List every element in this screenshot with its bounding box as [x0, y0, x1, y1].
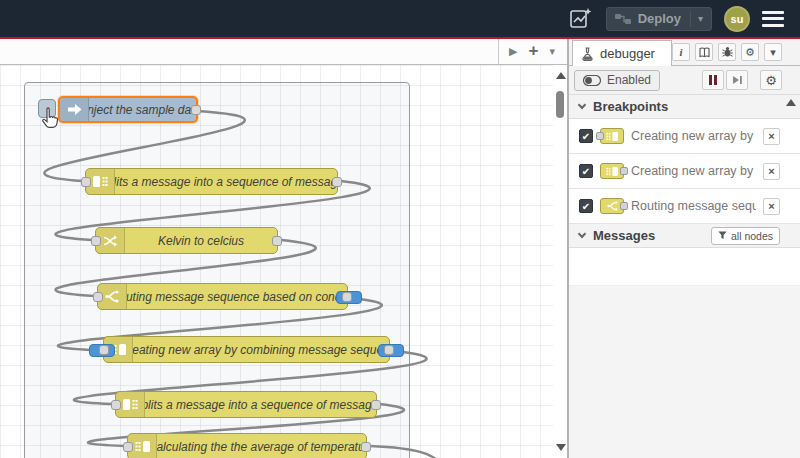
- node-label: Creating new array by combining message …: [133, 337, 389, 362]
- flow-node-split-2[interactable]: Splits a message into a sequence of mess…: [115, 391, 377, 418]
- breakpoint-label: Creating new array by combining message …: [631, 129, 756, 143]
- join-node-output-breakpoint-icon: [600, 163, 624, 179]
- flow-node-split-1[interactable]: Splits a message into a sequence of mess…: [85, 168, 338, 195]
- input-port[interactable]: [91, 236, 101, 246]
- breakpoint-label: Routing message sequence based on condit…: [631, 199, 756, 213]
- output-port[interactable]: [272, 236, 282, 246]
- tab-debugger-label: debugger: [600, 46, 655, 61]
- switch-node-output-breakpoint-icon: [600, 198, 624, 214]
- hamburger-bar: [762, 11, 784, 14]
- mini-input-port: [596, 132, 604, 140]
- breakpoint-checkbox[interactable]: ✔: [579, 164, 593, 178]
- flask-icon: [581, 47, 594, 61]
- tab-debug-button[interactable]: [718, 43, 736, 61]
- breakpoint-row[interactable]: ✔ Routing message sequence based on cond…: [569, 189, 800, 224]
- deploy-nodes-icon: [615, 13, 631, 25]
- wire-join2-out: [370, 446, 442, 458]
- tab-config-button[interactable]: ⚙: [741, 43, 759, 61]
- breakpoint-row[interactable]: ✔ Creating new array by combining messag…: [569, 119, 800, 154]
- node-label: Splits a message into a sequence of mess…: [115, 169, 337, 194]
- sidebar-background: [569, 286, 800, 458]
- user-avatar[interactable]: su: [724, 6, 750, 32]
- breakpoint-row[interactable]: ✔ Creating new array by combining messag…: [569, 154, 800, 189]
- deploy-label: Deploy: [638, 11, 681, 26]
- collapse-chevron-icon: [578, 230, 586, 238]
- scroll-down-arrow-icon[interactable]: [556, 444, 566, 451]
- input-port[interactable]: [81, 177, 91, 187]
- funnel-icon: [718, 231, 727, 240]
- flow-node-join-2[interactable]: Calculating the the average of temperatu…: [127, 433, 367, 458]
- input-port[interactable]: [99, 345, 109, 355]
- output-port[interactable]: [361, 442, 371, 452]
- messages-title: Messages: [593, 228, 655, 243]
- sidebar-tabbar: debugger i ⚙: [569, 39, 800, 66]
- enabled-label: Enabled: [607, 73, 651, 87]
- flow-chart-sparkle-icon: [569, 7, 593, 31]
- mini-output-port: [620, 167, 628, 175]
- debugger-enabled-toggle[interactable]: Enabled: [574, 70, 660, 91]
- toggle-on-icon: [583, 75, 601, 86]
- flow-canvas[interactable]: Inject the sample data Splits a message …: [0, 65, 567, 458]
- node-label: Inject the sample data: [89, 98, 196, 121]
- flow-node-join-1[interactable]: Creating new array by combining message …: [103, 336, 390, 363]
- output-port[interactable]: [371, 400, 381, 410]
- inject-icon: [60, 98, 89, 121]
- breakpoint-checkbox[interactable]: ✔: [579, 199, 593, 213]
- tab-debugger[interactable]: debugger: [572, 40, 672, 66]
- node-label: Routing message sequence based on condit…: [127, 284, 347, 309]
- add-flow-button[interactable]: +: [529, 42, 539, 59]
- tab-help-button[interactable]: [695, 43, 713, 61]
- flow-node-change[interactable]: Kelvin to celcius: [95, 227, 278, 254]
- ai-assistant-button[interactable]: [568, 6, 594, 32]
- flow-list-button[interactable]: ▾: [549, 46, 555, 57]
- mini-output-port: [620, 202, 628, 210]
- output-port[interactable]: [342, 292, 352, 302]
- main-menu-button[interactable]: [762, 9, 786, 29]
- messages-section-header[interactable]: Messages all nodes: [569, 224, 800, 248]
- flow-tabbar: ▶ + ▾: [0, 39, 567, 65]
- input-port[interactable]: [93, 292, 103, 302]
- flow-node-switch[interactable]: Routing message sequence based on condit…: [97, 283, 348, 310]
- input-port[interactable]: [111, 400, 121, 410]
- output-port[interactable]: [191, 105, 201, 115]
- bug-icon: [722, 46, 733, 58]
- scrollbar-thumb[interactable]: [556, 91, 564, 118]
- scroll-tabs-right-button[interactable]: ▶: [509, 46, 517, 57]
- scroll-up-arrow-icon[interactable]: [556, 72, 566, 79]
- node-label: Kelvin to celcius: [125, 228, 277, 253]
- debugger-settings-button[interactable]: ⚙: [760, 70, 782, 90]
- breakpoints-section-header[interactable]: Breakpoints: [569, 95, 800, 119]
- collapse-chevron-icon: [578, 101, 586, 109]
- messages-filter-button[interactable]: all nodes: [711, 227, 780, 245]
- step-button[interactable]: [726, 70, 748, 90]
- debugger-toolbar: Enabled ⚙: [569, 66, 800, 95]
- header: Deploy ▾ su: [0, 0, 800, 37]
- hamburger-bar: [762, 24, 784, 27]
- output-port[interactable]: [332, 177, 342, 187]
- canvas-vertical-scrollbar[interactable]: [553, 65, 567, 458]
- tab-info-button[interactable]: i: [672, 43, 690, 61]
- pause-button[interactable]: [702, 70, 724, 90]
- remove-breakpoint-button[interactable]: ×: [763, 198, 780, 215]
- remove-breakpoint-button[interactable]: ×: [763, 163, 780, 180]
- book-icon: [699, 47, 710, 58]
- scroll-up-arrow-icon[interactable]: [786, 99, 796, 106]
- workspace: ▶ + ▾: [0, 39, 567, 458]
- flow-node-inject[interactable]: Inject the sample data: [58, 96, 198, 123]
- breakpoint-checkbox[interactable]: ✔: [579, 129, 593, 143]
- remove-breakpoint-button[interactable]: ×: [763, 128, 780, 145]
- deploy-separator: [690, 11, 691, 27]
- sidebar-tab-list-button[interactable]: ▾: [764, 43, 782, 61]
- breakpoints-title: Breakpoints: [593, 99, 668, 114]
- output-port[interactable]: [384, 345, 394, 355]
- node-label: Calculating the the average of temperatu…: [157, 434, 366, 458]
- sidebar-scrollbar[interactable]: [784, 97, 798, 217]
- step-next-icon: [732, 75, 743, 85]
- breakpoint-label: Creating new array by combining message …: [631, 164, 756, 178]
- sidebar: debugger i ⚙: [567, 39, 800, 458]
- deploy-button[interactable]: Deploy ▾: [606, 7, 712, 31]
- deploy-chevron-icon[interactable]: ▾: [698, 13, 703, 24]
- join-node-input-breakpoint-icon: [600, 128, 624, 144]
- debugger-sections: Breakpoints ✔ Creating new array by comb…: [569, 95, 800, 458]
- input-port[interactable]: [123, 442, 133, 452]
